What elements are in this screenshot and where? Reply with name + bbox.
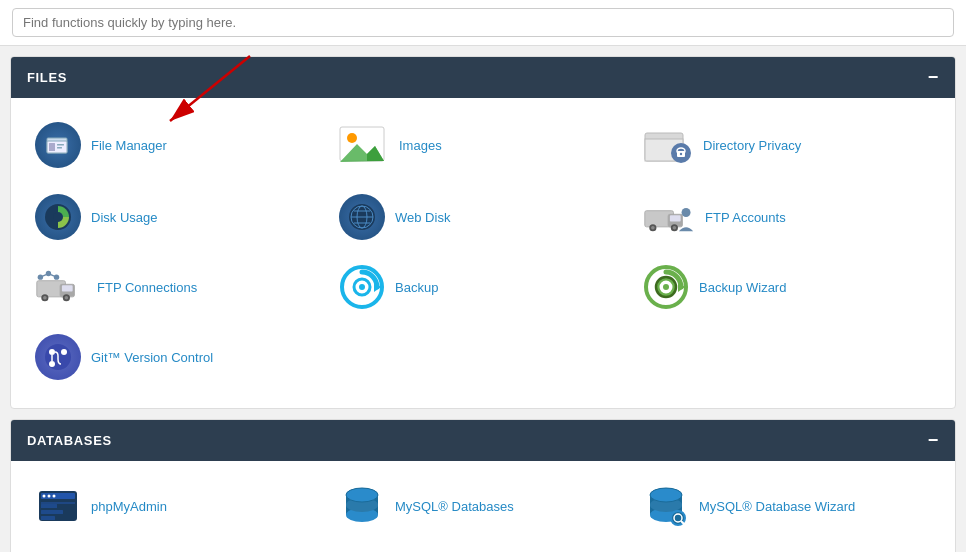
databases-items-grid: phpMyAdmin MySQL® Databases (27, 471, 939, 552)
svg-point-61 (43, 495, 46, 498)
svg-point-31 (673, 226, 677, 230)
ftp-accounts-icon (643, 199, 695, 235)
search-bar-container (0, 0, 966, 46)
ftp-accounts-label: FTP Accounts (705, 210, 786, 225)
web-disk-item[interactable]: Web Disk (331, 182, 635, 252)
svg-rect-5 (57, 144, 64, 146)
images-label: Images (399, 138, 442, 153)
svg-point-48 (359, 284, 365, 290)
backup-icon (339, 264, 385, 310)
images-item[interactable]: Images (331, 108, 635, 182)
svg-point-63 (53, 495, 56, 498)
files-items-grid: File Manager Images (27, 108, 939, 392)
backup-item[interactable]: Backup (331, 252, 635, 322)
mysql-database-wizard-icon (643, 483, 689, 529)
databases-section-title: DATABASES (27, 433, 112, 448)
backup-wizard-icon (643, 264, 689, 310)
svg-point-18 (53, 212, 63, 222)
ftp-connections-item[interactable]: FTP Connections (27, 252, 331, 322)
backup-wizard-label: Backup Wizard (699, 280, 786, 295)
ftp-accounts-item[interactable]: FTP Accounts (635, 182, 939, 252)
mysql-databases-icon (339, 483, 385, 529)
databases-section-header: DATABASES − (11, 420, 955, 461)
directory-privacy-label: Directory Privacy (703, 138, 801, 153)
svg-point-56 (61, 349, 67, 355)
git-version-control-icon (35, 334, 81, 380)
svg-rect-6 (57, 147, 62, 149)
git-version-control-item[interactable]: Git™ Version Control (27, 322, 331, 392)
mysql-databases-label: MySQL® Databases (395, 499, 514, 514)
git-version-control-label: Git™ Version Control (91, 350, 213, 365)
directory-privacy-item[interactable]: Directory Privacy (635, 108, 939, 182)
disk-usage-icon (35, 194, 81, 240)
file-manager-icon (35, 122, 81, 168)
svg-rect-67 (41, 516, 55, 520)
disk-usage-item[interactable]: Disk Usage (27, 182, 331, 252)
svg-rect-66 (41, 510, 63, 514)
web-disk-label: Web Disk (395, 210, 450, 225)
mysql-databases-item[interactable]: MySQL® Databases (331, 471, 635, 541)
svg-point-32 (682, 208, 691, 217)
ftp-connections-label: FTP Connections (97, 280, 197, 295)
directory-privacy-icon (643, 120, 693, 170)
databases-section: DATABASES − (10, 419, 956, 552)
files-section-collapse[interactable]: − (928, 67, 939, 88)
svg-point-62 (48, 495, 51, 498)
svg-point-42 (54, 274, 59, 279)
phpmyadmin-icon (35, 483, 81, 529)
databases-section-collapse[interactable]: − (928, 430, 939, 451)
svg-point-16 (680, 153, 682, 155)
phpmyadmin-label: phpMyAdmin (91, 499, 167, 514)
mysql-database-wizard-label: MySQL® Database Wizard (699, 499, 855, 514)
files-section-title: FILES (27, 70, 67, 85)
web-disk-icon (339, 194, 385, 240)
phpmyadmin-item[interactable]: phpMyAdmin (27, 471, 331, 541)
svg-point-39 (65, 296, 69, 300)
svg-rect-35 (62, 285, 73, 291)
svg-point-40 (38, 274, 43, 279)
svg-point-57 (49, 361, 55, 367)
svg-point-55 (49, 349, 55, 355)
svg-point-53 (663, 284, 669, 290)
file-manager-label: File Manager (91, 138, 167, 153)
remote-mysql-item[interactable]: Remote MySQL® (27, 541, 331, 552)
svg-point-8 (347, 133, 357, 143)
svg-rect-65 (41, 504, 57, 508)
mysql-database-wizard-item[interactable]: MySQL® Database Wizard (635, 471, 939, 541)
backup-label: Backup (395, 280, 438, 295)
svg-rect-60 (41, 493, 75, 499)
svg-rect-27 (670, 215, 681, 221)
svg-point-29 (651, 226, 655, 230)
backup-wizard-item[interactable]: Backup Wizard (635, 252, 939, 322)
files-section-body: File Manager Images (11, 98, 955, 408)
ftp-connections-icon (35, 269, 87, 305)
databases-section-body: phpMyAdmin MySQL® Databases (11, 461, 955, 552)
disk-usage-label: Disk Usage (91, 210, 157, 225)
files-section: FILES − File Manager (10, 56, 956, 409)
search-input[interactable] (12, 8, 954, 37)
svg-point-37 (43, 296, 47, 300)
file-manager-item[interactable]: File Manager (27, 108, 331, 182)
svg-rect-4 (49, 143, 55, 151)
files-section-header: FILES − (11, 57, 955, 98)
images-icon (339, 120, 389, 170)
